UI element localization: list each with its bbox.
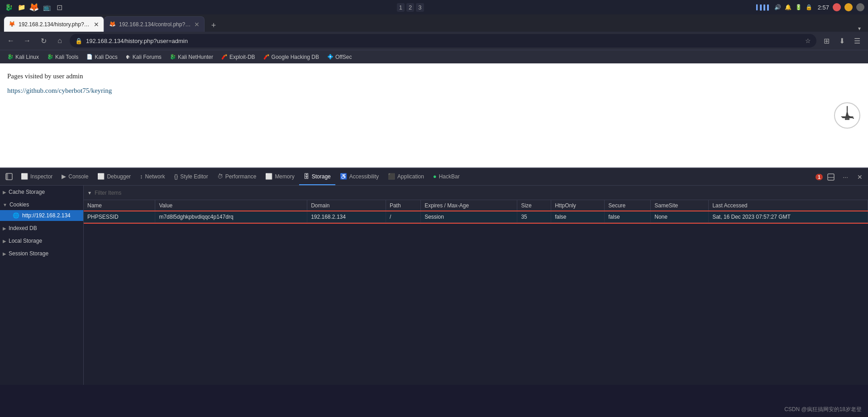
exploit-db-favicon: 🧨: [221, 54, 228, 60]
col-domain: Domain: [307, 200, 386, 211]
cell-httponly: false: [551, 211, 605, 223]
taskbar-icon-terminal[interactable]: 📺: [42, 2, 52, 12]
session-storage-expand-icon: ▶: [3, 251, 6, 256]
tab-inspector[interactable]: ⬜ Inspector: [16, 168, 57, 185]
local-storage-expand-icon: ▶: [3, 239, 6, 244]
bookmark-kali-linux[interactable]: 🐉 Kali Linux: [4, 52, 43, 62]
sidebar-group-cache-storage-header[interactable]: ▶ Cache Storage: [0, 187, 83, 197]
workspace-3[interactable]: 3: [416, 3, 424, 12]
sidebar-group-indexed-db: ▶ Indexed DB: [0, 222, 83, 235]
devtools-body: ▶ Cache Storage ▼ Cookies 🌐 http://192.1…: [0, 186, 868, 385]
devtools-sidebar: ▶ Cache Storage ▼ Cookies 🌐 http://192.1…: [0, 186, 84, 385]
devtools-more-button[interactable]: ···: [839, 171, 852, 183]
cookie-table: Name Value Domain Path Expires / Max-Age…: [84, 200, 868, 223]
cookies-label: Cookies: [10, 201, 29, 208]
tray-lock-icon: 🔒: [806, 4, 812, 10]
browser-tab-2[interactable]: 🦊 192.168.2.134/control.php?c... ✕: [104, 16, 205, 32]
bookmark-exploit-db[interactable]: 🧨 Exploit-DB: [218, 52, 259, 62]
sidebar-group-local-storage-header[interactable]: ▶ Local Storage: [0, 235, 83, 246]
tray-volume-icon[interactable]: 🔊: [774, 4, 781, 10]
sidebar-item-cookie-host[interactable]: 🌐 http://192.168.2.134: [0, 210, 83, 221]
sidebar-group-session-storage-header[interactable]: ▶ Session Storage: [0, 248, 83, 259]
address-bar[interactable]: 🔒 192.168.2.134/history.php?user=admin ☆: [70, 34, 816, 48]
svg-rect-8: [6, 173, 8, 180]
address-text: 192.168.2.134/history.php?user=admin: [86, 38, 798, 44]
page-heading: Pages visited by user admin: [7, 72, 861, 80]
kali-nethunter-favicon: 🐉: [170, 54, 176, 60]
col-expires: Expires / Max-Age: [421, 200, 517, 211]
taskbar-icon-files[interactable]: 📁: [16, 2, 26, 12]
bookmark-google-hacking-db[interactable]: 🧨 Google Hacking DB: [260, 52, 323, 62]
dock-icon: [827, 173, 835, 181]
os-taskbar: 🐉 📁 🦊 📺 ⊡ 1 2 3 ▍▌▌▌ 🔊 🔔 🔋 🔒 2:57: [0, 0, 868, 14]
bookmark-kali-nethunter[interactable]: 🐉 Kali NetHunter: [166, 52, 217, 62]
debugger-tab-icon: ⬜: [97, 173, 105, 180]
workspace-1[interactable]: 1: [397, 3, 405, 12]
new-tab-button[interactable]: +: [206, 19, 221, 32]
bookmark-star-icon[interactable]: ☆: [805, 37, 811, 44]
tab-2-close-button[interactable]: ✕: [194, 21, 200, 28]
tab-hackbar[interactable]: ● HackBar: [429, 168, 464, 185]
tray-bell-icon[interactable]: 🔔: [785, 4, 792, 10]
bookmark-kali-docs[interactable]: 📄 Kali Docs: [83, 52, 121, 62]
storage-tab-label: Storage: [312, 173, 331, 180]
network-tab-icon: ↕: [140, 173, 143, 180]
tab-dropdown-button[interactable]: ▾: [854, 25, 864, 32]
sidebar-group-cookies-header[interactable]: ▼ Cookies: [0, 199, 83, 210]
page-link[interactable]: https://github.com/cyberbot75/keyring: [7, 87, 112, 94]
clock-icon: [834, 102, 861, 129]
home-button[interactable]: ⌂: [53, 34, 66, 47]
tab-accessibility[interactable]: ♿ Accessibility: [335, 168, 383, 185]
reload-button[interactable]: ↻: [37, 34, 50, 47]
taskbar-icon-monitor[interactable]: ⊡: [54, 2, 64, 12]
tab-network[interactable]: ↕ Network: [135, 168, 170, 185]
tab-style-editor[interactable]: {} Style Editor: [170, 168, 213, 185]
google-hacking-db-label: Google Hacking DB: [272, 54, 319, 60]
back-button[interactable]: ←: [5, 34, 17, 47]
tab-console[interactable]: ▶ Console: [57, 168, 93, 185]
accessibility-tab-label: Accessibility: [349, 173, 379, 180]
tab-1-close-button[interactable]: ✕: [94, 21, 99, 28]
svg-marker-4: [845, 110, 849, 117]
kali-forums-label: Kali Forums: [133, 54, 162, 60]
tab-debugger[interactable]: ⬜ Debugger: [93, 168, 135, 185]
bookmark-kali-tools[interactable]: 🐉 Kali Tools: [43, 52, 82, 62]
tab-performance[interactable]: ⏱ Performance: [213, 168, 261, 185]
taskbar-icon-browser[interactable]: 🦊: [29, 2, 39, 12]
tab-storage[interactable]: 🗄 Storage: [299, 168, 335, 185]
console-tab-icon: ▶: [62, 173, 66, 180]
kali-docs-label: Kali Docs: [95, 54, 118, 60]
forward-button[interactable]: →: [21, 34, 33, 47]
filter-input[interactable]: [95, 190, 863, 196]
offsec-label: OffSec: [335, 54, 352, 60]
cell-path: /: [386, 211, 420, 223]
browser-toolbar-actions: ⊞ ⬇ ☰: [820, 34, 863, 47]
extensions-button[interactable]: ⊞: [820, 34, 833, 47]
devtools-toggle-button[interactable]: [2, 168, 16, 185]
devtools-dock-button[interactable]: [825, 171, 837, 183]
kali-nethunter-label: Kali NetHunter: [178, 54, 213, 60]
table-row[interactable]: PHPSESSID m7d8l5dghkpbvdiqqc4p147drq 192…: [84, 211, 868, 223]
workspace-2[interactable]: 2: [406, 3, 414, 12]
storage-tab-icon: 🗄: [304, 173, 310, 180]
devtools-close-button[interactable]: ✕: [854, 171, 866, 183]
tab-application[interactable]: ⬛ Application: [383, 168, 429, 185]
download-button[interactable]: ⬇: [835, 34, 848, 47]
bookmark-kali-forums[interactable]: 🗣 Kali Forums: [122, 52, 165, 62]
kali-tools-label: Kali Tools: [55, 54, 78, 60]
cookies-expand-icon: ▼: [3, 202, 7, 207]
bookmark-offsec[interactable]: 💠 OffSec: [324, 52, 355, 62]
cell-last-accessed: Sat, 16 Dec 2023 07:57:27 GMT: [709, 211, 868, 223]
sidebar-group-cache-storage: ▶ Cache Storage: [0, 186, 83, 198]
tab-memory[interactable]: ⬜ Memory: [261, 168, 299, 185]
col-path: Path: [386, 200, 420, 211]
browser-tab-1[interactable]: 🦊 192.168.2.134/history.php?us... ✕: [4, 16, 104, 32]
menu-button[interactable]: ☰: [851, 34, 863, 47]
start-icon[interactable]: 🐉: [4, 2, 14, 12]
col-samesite: SameSite: [651, 200, 709, 211]
tab-1-title: 192.168.2.134/history.php?us...: [19, 21, 91, 28]
cell-secure: false: [605, 211, 651, 223]
address-bar-row: ← → ↻ ⌂ 🔒 192.168.2.134/history.php?user…: [0, 32, 868, 50]
sidebar-group-indexed-db-header[interactable]: ▶ Indexed DB: [0, 223, 83, 234]
accessibility-tab-icon: ♿: [340, 173, 347, 180]
